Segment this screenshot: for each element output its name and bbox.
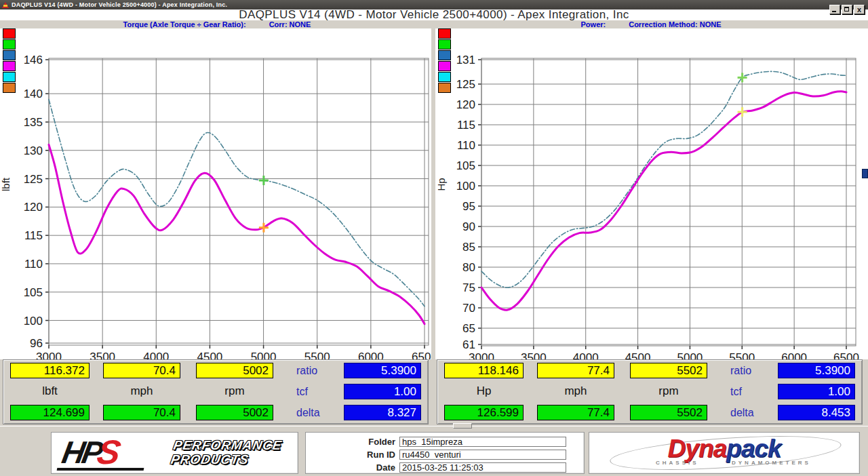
power-chart-panel: 1311251201151101051009590858075706561300… [435, 28, 868, 359]
chart-subtitle-strip: Torque (Axle Torque ÷ Gear Ratio): Corr:… [0, 20, 868, 28]
torque-chart-title: Torque (Axle Torque ÷ Gear Ratio): [123, 20, 246, 28]
x-tick-label: 4500 [197, 351, 223, 359]
run-id-label: Run ID [306, 450, 399, 460]
power-corr-label: Correction Method: NONE [629, 20, 721, 28]
run-color-swatch-0[interactable] [438, 28, 451, 39]
run-color-swatch-0[interactable] [3, 28, 16, 39]
cursor-reference-marker [738, 73, 747, 82]
window-title: DAQPLUS V14 (4WD - Motor Vehicle 2500+40… [12, 1, 227, 8]
torque-chart-panel: 1461401351301251201151101051009630003500… [0, 28, 431, 359]
torque-tcf-value: 1.00 [344, 384, 421, 399]
y-tick-label: 90 [462, 220, 475, 233]
plot-frame [49, 58, 429, 345]
power-current-value: 118.146 [444, 363, 524, 378]
restore-button[interactable] [842, 5, 852, 14]
torque-ratio-value: 5.3900 [344, 363, 421, 378]
y-tick-label: 115 [457, 119, 475, 132]
x-tick-label: 3500 [90, 351, 115, 359]
window-controls: x [829, 5, 865, 14]
y-tick-label: 120 [456, 98, 475, 111]
run-color-swatch-4[interactable] [3, 72, 16, 82]
y-tick-label: 100 [456, 180, 475, 193]
run-color-swatch-4[interactable] [438, 72, 451, 82]
minimize-icon [832, 11, 836, 12]
run-info-box: Folder Run ID Date [305, 432, 585, 474]
tcf-label: tcf [296, 384, 308, 399]
y-tick-label: 146 [24, 54, 43, 66]
torque-delta-value: 8.327 [344, 405, 421, 420]
power-chart-legend [438, 28, 451, 93]
dynapack-logo: Dynapack CHASSIS DYNAMOMETERS [589, 433, 859, 473]
close-button[interactable]: x [854, 5, 865, 14]
power-chart-title: Power: [581, 20, 606, 28]
run-color-swatch-3[interactable] [438, 61, 451, 71]
edge-widget[interactable] [862, 169, 868, 178]
tcf-label: tcf [730, 384, 742, 399]
run-color-swatch-5[interactable] [438, 83, 451, 93]
torque-current-value: 116.372 [10, 363, 90, 378]
hps-word-performance: PERFORMANCE [172, 438, 283, 452]
charts-area: 1461401351301251201151101051009630003500… [0, 28, 868, 359]
x-tick-label: 5500 [304, 351, 330, 359]
x-tick-label: 3000 [469, 351, 494, 359]
run-color-swatch-2[interactable] [3, 50, 16, 60]
mph-unit-label: mph [537, 384, 614, 399]
x-tick-label: 5500 [729, 351, 755, 359]
y-tick-label: 80 [462, 261, 475, 274]
hps-word-products: PRODUCTS [170, 452, 281, 467]
y-tick-label: 100 [24, 315, 43, 328]
reference-run-curve [481, 71, 846, 287]
dynapack-caption-dynamometers: DYNAMOMETERS [732, 460, 811, 466]
ratio-label: ratio [730, 363, 751, 378]
torque-chart-header: Torque (Axle Torque ÷ Gear Ratio): Corr:… [0, 20, 434, 28]
document-header: DAQPLUS V14 (4WD - Motor Vehicle 2500+40… [0, 9, 868, 20]
x-tick-label: 3000 [36, 351, 62, 359]
power-chart[interactable]: 1311251201151101051009590858075706561300… [435, 28, 868, 359]
date-input[interactable] [399, 462, 566, 473]
mph-unit-label: mph [103, 384, 180, 399]
y-tick-label: 95 [462, 200, 475, 213]
folder-input[interactable] [399, 437, 566, 447]
hps-logo-underline [57, 468, 144, 471]
hps-logo: HP S [60, 435, 123, 469]
hps-logo-box: HP S PERFORMANCE PRODUCTS [51, 432, 298, 474]
power-reference-mph: 77.4 [537, 405, 614, 420]
y-tick-label: 105 [24, 286, 43, 299]
y-tick-label: 130 [24, 144, 43, 157]
current-run-curve [49, 144, 425, 323]
y-tick-label: 65 [462, 322, 475, 335]
run-color-swatch-3[interactable] [3, 61, 16, 71]
y-tick-label: 96 [30, 337, 43, 350]
minimize-button[interactable] [829, 5, 840, 14]
torque-chart[interactable]: 1461401351301251201151101051009630003500… [0, 28, 431, 359]
document-title: DAQPLUS V14 (4WD - Motor Vehicle 2500+40… [0, 8, 868, 22]
y-tick-label: 120 [24, 201, 43, 214]
run-color-swatch-1[interactable] [3, 39, 16, 49]
splitter-handle[interactable] [453, 423, 472, 429]
y-tick-label: 75 [462, 281, 475, 294]
ratio-label: ratio [296, 363, 317, 378]
run-color-swatch-1[interactable] [438, 39, 451, 49]
dynapack-caption-chassis: CHASSIS [656, 460, 699, 466]
torque-reference-rpm: 5002 [196, 405, 273, 420]
power-cursor-panel: 118.146 77.4 5502 Hp mph rpm 126.599 77.… [437, 359, 863, 424]
footer-bar: HP S PERFORMANCE PRODUCTS Folder Run ID … [0, 426, 868, 476]
power-ratio-value: 5.3900 [778, 363, 855, 378]
x-tick-label: 5000 [251, 351, 277, 359]
power-tcf-value: 1.00 [778, 384, 855, 399]
x-tick-label: 3500 [521, 351, 547, 359]
y-tick-label: 105 [456, 159, 475, 172]
y-tick-label: 110 [457, 139, 475, 152]
y-tick-label: 125 [24, 173, 43, 186]
x-tick-label: 6500 [412, 351, 431, 359]
folder-label: Folder [306, 437, 399, 447]
y-tick-label: 61 [462, 338, 475, 351]
run-color-swatch-2[interactable] [438, 50, 451, 60]
y-axis-title: lbft [0, 177, 12, 191]
x-tick-label: 4500 [625, 351, 651, 359]
run-color-swatch-5[interactable] [3, 83, 16, 93]
run-id-input[interactable] [399, 450, 566, 460]
power-unit-label: Hp [444, 384, 524, 399]
power-chart-header: Power: Correction Method: NONE [434, 20, 868, 28]
rpm-unit-label: rpm [630, 384, 707, 399]
